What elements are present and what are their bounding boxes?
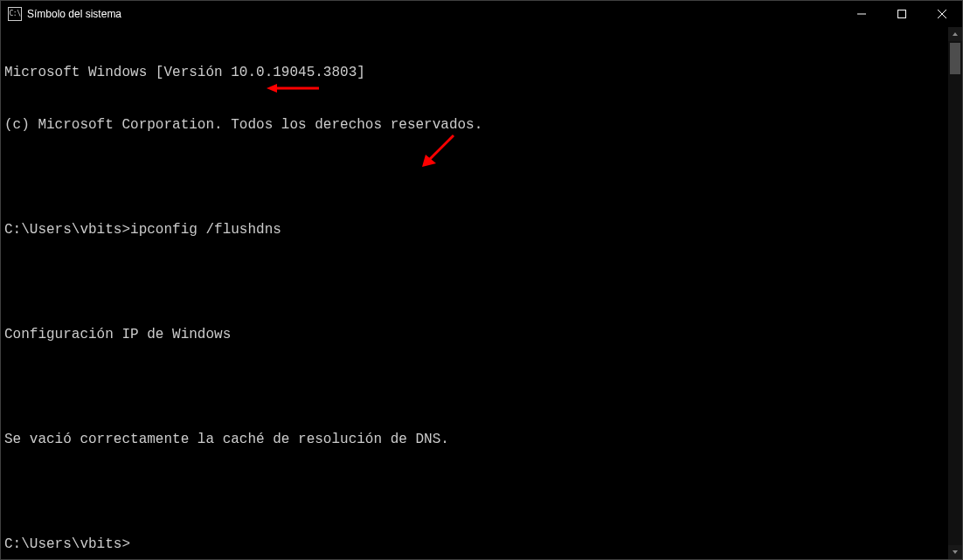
console-line bbox=[4, 273, 962, 291]
console-output[interactable]: Microsoft Windows [Versión 10.0.19045.38… bbox=[1, 27, 962, 559]
window-controls bbox=[842, 1, 962, 27]
titlebar[interactable]: C:\ Símbolo del sistema bbox=[1, 1, 962, 27]
maximize-button[interactable] bbox=[882, 1, 922, 27]
console-line: (c) Microsoft Corporation. Todos los der… bbox=[4, 116, 962, 134]
console-line: Microsoft Windows [Versión 10.0.19045.38… bbox=[4, 64, 962, 81]
svg-marker-8 bbox=[953, 32, 958, 36]
svg-rect-1 bbox=[898, 10, 906, 18]
svg-marker-9 bbox=[953, 550, 958, 554]
console-line: C:\Users\vbits>ipconfig /flushdns bbox=[4, 221, 962, 239]
cmd-icon: C:\ bbox=[8, 7, 22, 21]
console-line bbox=[4, 169, 962, 186]
console-line bbox=[4, 378, 962, 396]
scroll-down-button[interactable] bbox=[948, 545, 962, 559]
svg-line-6 bbox=[427, 135, 454, 162]
scrollbar-thumb[interactable] bbox=[950, 43, 960, 74]
scrollbar[interactable] bbox=[948, 27, 962, 559]
scroll-up-button[interactable] bbox=[948, 27, 962, 41]
minimize-button[interactable] bbox=[842, 1, 882, 27]
command-prompt-window: C:\ Símbolo del sistema Microsoft Window… bbox=[0, 0, 963, 560]
arrow-annotation-icon bbox=[267, 81, 319, 95]
close-button[interactable] bbox=[922, 1, 962, 27]
window-title: Símbolo del sistema bbox=[27, 8, 121, 20]
svg-marker-7 bbox=[422, 155, 436, 167]
console-line: C:\Users\vbits> bbox=[4, 536, 962, 553]
console-line: Se vació correctamente la caché de resol… bbox=[4, 431, 962, 448]
console-line bbox=[4, 483, 962, 501]
console-line: Configuración IP de Windows bbox=[4, 326, 962, 343]
svg-marker-5 bbox=[267, 84, 277, 93]
arrow-annotation-icon bbox=[420, 134, 455, 169]
